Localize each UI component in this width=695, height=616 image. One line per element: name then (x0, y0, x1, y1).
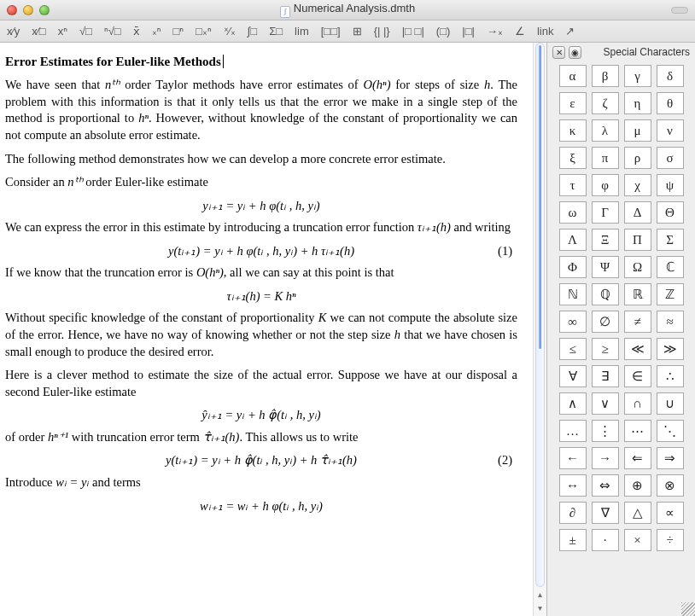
minimize-window-button[interactable] (23, 5, 33, 15)
symbol-button[interactable]: ℤ (657, 283, 684, 305)
tool-subsup[interactable]: ₓⁿ (152, 26, 161, 37)
symbol-button[interactable]: ∪ (657, 392, 684, 415)
document-content[interactable]: Error Estimates for Euler-like Methods W… (0, 43, 533, 616)
symbol-button[interactable]: ∧ (559, 392, 587, 415)
tool-lim[interactable]: lim (295, 26, 309, 37)
symbol-button[interactable]: ⋯ (624, 420, 651, 442)
tool-matrix[interactable]: [□□] (321, 26, 341, 37)
symbol-button[interactable]: ⊗ (657, 474, 684, 497)
tool-xbar[interactable]: x̄ (133, 26, 140, 37)
symbol-button[interactable]: ε (559, 92, 587, 114)
close-panel-button[interactable]: ✕ (552, 46, 565, 59)
tool-sumbox[interactable]: Σ□ (269, 26, 283, 37)
symbol-button[interactable]: ℚ (592, 283, 619, 305)
symbol-button[interactable]: β (592, 65, 619, 87)
symbol-button[interactable]: Ξ (592, 229, 619, 251)
tool-sqrt[interactable]: √□ (79, 26, 92, 37)
symbol-button[interactable]: ∩ (624, 392, 651, 415)
symbol-button[interactable]: ψ (657, 174, 684, 196)
symbol-button[interactable]: μ (624, 119, 651, 142)
symbol-button[interactable]: ± (559, 529, 587, 551)
symbol-button[interactable]: Δ (624, 201, 651, 224)
tool-smallfrac[interactable]: ˣ⁄ₓ (224, 26, 236, 37)
symbol-button[interactable]: ⇐ (624, 447, 651, 469)
symbol-button[interactable]: → (592, 447, 619, 469)
symbol-button[interactable]: ζ (592, 92, 619, 114)
resize-handle[interactable] (681, 602, 695, 616)
symbol-button[interactable]: ξ (559, 147, 587, 169)
symbol-button[interactable]: ← (559, 447, 587, 469)
tool-pair2[interactable]: |□ □| (402, 26, 424, 37)
symbol-button[interactable]: ℂ (657, 256, 684, 278)
symbol-button[interactable]: Σ (657, 229, 684, 251)
symbol-button[interactable]: σ (657, 147, 684, 169)
symbol-button[interactable]: ∅ (592, 311, 619, 333)
scroll-up-button[interactable]: ▴ (534, 588, 546, 601)
scrollbar-thumb[interactable] (539, 45, 541, 349)
symbol-button[interactable]: χ (624, 174, 651, 196)
symbol-button[interactable]: ÷ (657, 529, 684, 551)
tool-boxsubsup[interactable]: □ₓⁿ (196, 26, 212, 37)
symbol-button[interactable]: ∈ (624, 365, 651, 387)
symbol-button[interactable]: Ω (624, 256, 651, 278)
symbol-button[interactable]: △ (624, 502, 651, 524)
symbol-button[interactable]: ν (657, 119, 684, 142)
symbol-button[interactable]: Γ (592, 201, 619, 224)
symbol-button[interactable]: ω (559, 201, 587, 224)
tool-boxsup[interactable]: □ⁿ (172, 26, 184, 37)
symbol-button[interactable]: ⋱ (657, 420, 684, 442)
tool-frac2[interactable]: x⁄□ (32, 26, 46, 37)
symbol-button[interactable]: λ (592, 119, 619, 142)
symbol-button[interactable]: Π (624, 229, 651, 251)
symbol-button[interactable]: τ (559, 174, 587, 196)
symbol-button[interactable]: · (592, 529, 619, 551)
symbol-button[interactable]: ℕ (559, 283, 587, 305)
symbol-button[interactable]: ≫ (657, 338, 684, 360)
symbol-button[interactable]: ∴ (657, 365, 684, 387)
close-window-button[interactable] (7, 5, 17, 15)
symbol-button[interactable]: ∝ (657, 502, 684, 524)
symbol-button[interactable]: … (559, 420, 587, 442)
tool-abs[interactable]: |□| (462, 26, 475, 37)
scroll-down-button[interactable]: ▾ (534, 601, 546, 615)
symbol-button[interactable]: γ (624, 65, 651, 87)
tool-angle[interactable]: ∠ (515, 26, 525, 37)
symbol-button[interactable]: ≠ (624, 311, 651, 333)
tool-arrow[interactable]: →ₓ (487, 26, 503, 37)
tool-grid[interactable]: ⊞ (353, 26, 362, 37)
vertical-scrollbar[interactable]: ▴ ▾ (533, 43, 546, 616)
tool-paren[interactable]: (□) (436, 26, 451, 37)
tool-sup[interactable]: xⁿ (58, 26, 67, 37)
symbol-button[interactable]: ≈ (657, 311, 684, 333)
symbol-button[interactable]: ≤ (559, 338, 587, 360)
symbol-button[interactable]: ℝ (624, 283, 651, 305)
symbol-button[interactable]: Φ (559, 256, 587, 278)
symbol-button[interactable]: φ (592, 174, 619, 196)
zoom-window-button[interactable] (39, 5, 50, 15)
symbol-button[interactable]: ∨ (592, 392, 619, 415)
symbol-button[interactable]: α (559, 65, 587, 87)
tool-arrowdiag[interactable]: ↗ (565, 26, 575, 37)
symbol-button[interactable]: Θ (657, 201, 684, 224)
symbol-button[interactable]: ρ (624, 147, 651, 169)
tool-intbox[interactable]: ∫□ (248, 26, 257, 37)
symbol-button[interactable]: ∀ (559, 365, 587, 387)
symbol-button[interactable]: η (624, 92, 651, 114)
panel-menu-button[interactable]: ◉ (569, 46, 581, 59)
symbol-button[interactable]: κ (559, 119, 587, 142)
tool-frac1[interactable]: x⁄y (7, 26, 20, 37)
tool-link[interactable]: link (537, 26, 554, 37)
symbol-button[interactable]: × (624, 529, 651, 551)
symbol-button[interactable]: ⊕ (624, 474, 651, 497)
symbol-button[interactable]: ∞ (559, 311, 587, 333)
symbol-button[interactable]: ≥ (592, 338, 619, 360)
symbol-button[interactable]: ↔ (559, 474, 587, 497)
symbol-button[interactable]: ∇ (592, 502, 619, 524)
tool-nsqrt[interactable]: ⁿ√□ (104, 26, 121, 37)
symbol-button[interactable]: ∂ (559, 502, 587, 524)
symbol-button[interactable]: δ (657, 65, 684, 87)
tool-pair1[interactable]: {| |} (374, 26, 390, 37)
symbol-button[interactable]: ⇒ (657, 447, 684, 469)
symbol-button[interactable]: ⋮ (592, 420, 619, 442)
symbol-button[interactable]: ⇔ (592, 474, 619, 497)
